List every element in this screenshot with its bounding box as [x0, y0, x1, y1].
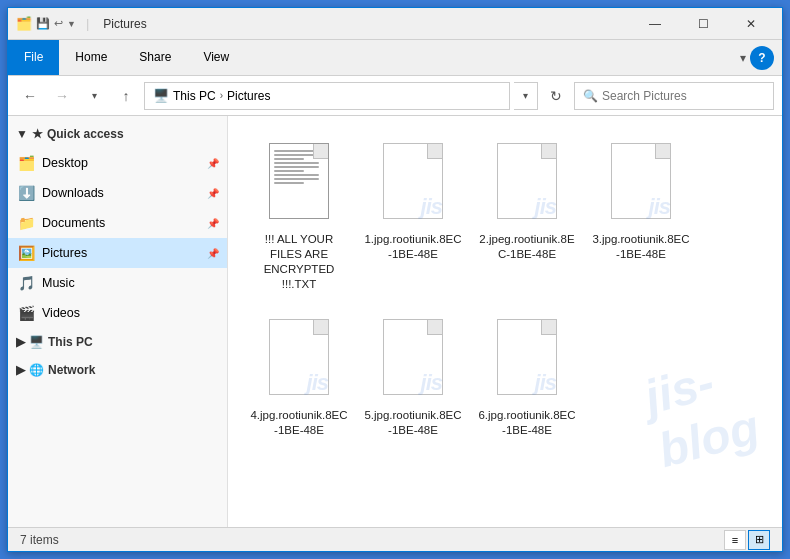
search-box[interactable]: 🔍 [574, 82, 774, 110]
list-item[interactable]: jis 5.jpg.rootiunik.8EC-1BE-48E [358, 304, 468, 446]
maximize-button[interactable]: ☐ [680, 8, 726, 40]
close-button[interactable]: ✕ [728, 8, 774, 40]
file-explorer-window: 🗂️ 💾 ↩ ▼ | Pictures — ☐ ✕ File Home Shar… [7, 7, 783, 552]
file-icon-2: jis [491, 136, 563, 226]
file-icon-1: jis [377, 136, 449, 226]
list-item[interactable]: jis 2.jpeg.rootiunik.8EC-1BE-48E [472, 128, 582, 300]
sidebar-item-pictures-label: Pictures [42, 246, 201, 260]
ribbon-right: ▾ ? [732, 40, 782, 75]
doc-line [274, 158, 304, 160]
status-bar: 7 items ≡ ⊞ [8, 527, 782, 551]
window-title: Pictures [103, 17, 632, 31]
this-pc-header[interactable]: ▶ 🖥️ This PC [8, 328, 227, 356]
undo-icon: ↩ [54, 17, 63, 30]
list-item[interactable]: jis 1.jpg.rootiunik.8EC-1BE-48E [358, 128, 468, 300]
recent-locations-button[interactable]: ▾ [80, 82, 108, 110]
this-pc-chevron: ▶ [16, 335, 25, 349]
doc-line [274, 182, 304, 184]
path-segment-thispc: This PC [173, 89, 216, 103]
list-item[interactable]: jis 4.jpg.rootiunik.8EC-1BE-48E [244, 304, 354, 446]
list-item[interactable]: jis 6.jpg.rootiunik.8EC-1BE-48E [472, 304, 582, 446]
file-name-3: 3.jpg.rootiunik.8EC-1BE-48E [591, 232, 691, 262]
sidebar-item-downloads[interactable]: ⬇️ Downloads 📌 [8, 178, 227, 208]
pictures-icon: 🖼️ [16, 243, 36, 263]
file-name-4: 4.jpg.rootiunik.8EC-1BE-48E [249, 408, 349, 438]
sidebar-item-desktop-label: Desktop [42, 156, 201, 170]
music-icon: 🎵 [16, 273, 36, 293]
up-button[interactable]: ↑ [112, 82, 140, 110]
sidebar: ▼ ★ Quick access 🗂️ Desktop 📌 ⬇️ Downloa… [8, 116, 228, 527]
list-item[interactable]: !!! ALL YOUR FILES ARE ENCRYPTED !!!.TXT [244, 128, 354, 300]
network-header[interactable]: ▶ 🌐 Network [8, 356, 227, 384]
ribbon-spacer [245, 40, 732, 75]
address-path[interactable]: 🖥️ This PC › Pictures [144, 82, 510, 110]
address-bar: ← → ▾ ↑ 🖥️ This PC › Pictures ▾ ↻ 🔍 [8, 76, 782, 116]
file-icon-4: jis [263, 312, 335, 402]
path-icon: 🖥️ [153, 88, 169, 103]
file-icon-3: jis [605, 136, 677, 226]
expand-ribbon-icon[interactable]: ▾ [740, 51, 746, 65]
sidebar-item-downloads-label: Downloads [42, 186, 201, 200]
area-watermark: jis-blog [638, 346, 764, 478]
file-area: jis-blog !!! ALL YOU [228, 116, 782, 527]
title-bar-icons: 🗂️ 💾 ↩ ▼ | [16, 16, 95, 31]
sidebar-item-desktop[interactable]: 🗂️ Desktop 📌 [8, 148, 227, 178]
sidebar-item-pictures[interactable]: 🖼️ Pictures 📌 [8, 238, 227, 268]
address-dropdown-button[interactable]: ▾ [514, 82, 538, 110]
file-watermark: jis [307, 372, 328, 394]
tab-share[interactable]: Share [123, 40, 187, 75]
sidebar-item-music-label: Music [42, 276, 219, 290]
tab-view[interactable]: View [187, 40, 245, 75]
search-icon: 🔍 [583, 89, 598, 103]
back-button[interactable]: ← [16, 82, 44, 110]
network-label: Network [48, 363, 95, 377]
file-doc-4: jis [269, 319, 329, 395]
sidebar-item-music[interactable]: 🎵 Music [8, 268, 227, 298]
minimize-button[interactable]: — [632, 8, 678, 40]
file-name-1: 1.jpg.rootiunik.8EC-1BE-48E [363, 232, 463, 262]
save-icon: 💾 [36, 17, 50, 30]
file-watermark: jis [421, 372, 442, 394]
videos-icon: 🎬 [16, 303, 36, 323]
forward-button[interactable]: → [48, 82, 76, 110]
pin-icon-desktop: 📌 [207, 158, 219, 169]
file-icon-0 [263, 136, 335, 226]
title-bar: 🗂️ 💾 ↩ ▼ | Pictures — ☐ ✕ [8, 8, 782, 40]
doc-line [274, 150, 319, 152]
path-segment-pictures: Pictures [227, 89, 270, 103]
file-doc-6: jis [497, 319, 557, 395]
help-button[interactable]: ? [750, 46, 774, 70]
refresh-button[interactable]: ↻ [542, 82, 570, 110]
file-name-6: 6.jpg.rootiunik.8EC-1BE-48E [477, 408, 577, 438]
file-name-0: !!! ALL YOUR FILES ARE ENCRYPTED !!!.TXT [249, 232, 349, 292]
file-doc-2: jis [497, 143, 557, 219]
quick-access-label: Quick access [47, 127, 124, 141]
quick-access-icon: 🗂️ [16, 16, 32, 31]
doc-line [274, 178, 319, 180]
file-name-5: 5.jpg.rootiunik.8EC-1BE-48E [363, 408, 463, 438]
main-content: ▼ ★ Quick access 🗂️ Desktop 📌 ⬇️ Downloa… [8, 116, 782, 527]
quick-access-icon: ★ [32, 127, 43, 141]
file-watermark: jis [535, 372, 556, 394]
list-view-button[interactable]: ≡ [724, 530, 746, 550]
ribbon: File Home Share View ▾ ? [8, 40, 782, 76]
file-doc-0 [269, 143, 329, 219]
search-input[interactable] [602, 89, 765, 103]
sidebar-item-documents[interactable]: 📁 Documents 📌 [8, 208, 227, 238]
pin-icon-downloads: 📌 [207, 188, 219, 199]
network-icon: 🌐 [29, 363, 44, 377]
quick-access-header[interactable]: ▼ ★ Quick access [8, 120, 227, 148]
doc-line [274, 170, 304, 172]
file-watermark: jis [649, 196, 670, 218]
downloads-icon: ⬇️ [16, 183, 36, 203]
sidebar-item-videos-label: Videos [42, 306, 219, 320]
grid-view-button[interactable]: ⊞ [748, 530, 770, 550]
file-watermark: jis [421, 196, 442, 218]
tab-file[interactable]: File [8, 40, 59, 75]
dropdown-icon: ▼ [67, 19, 76, 29]
file-icon-6: jis [491, 312, 563, 402]
sidebar-item-videos[interactable]: 🎬 Videos [8, 298, 227, 328]
tab-home[interactable]: Home [59, 40, 123, 75]
list-item[interactable]: jis 3.jpg.rootiunik.8EC-1BE-48E [586, 128, 696, 300]
doc-line [274, 174, 319, 176]
